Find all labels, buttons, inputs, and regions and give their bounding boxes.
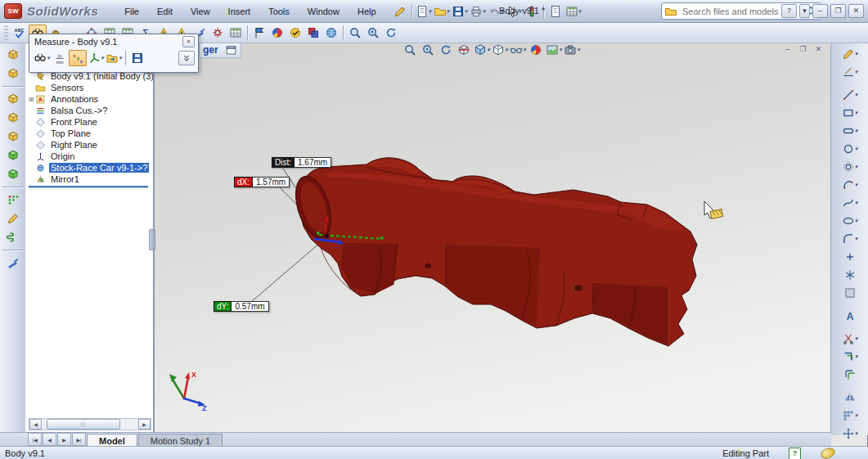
perimeter-circle-icon[interactable]: ▾	[841, 159, 859, 175]
offset-entities-icon[interactable]	[841, 367, 859, 383]
open-document-icon[interactable]: ▾	[433, 3, 451, 20]
tab-motion-study[interactable]: Motion Study 1	[138, 434, 223, 447]
window-pane-icon[interactable]	[225, 45, 237, 56]
helix-spiral-icon[interactable]	[4, 229, 22, 245]
arc-circle-measurements-icon[interactable]: ▾	[33, 50, 51, 66]
shell-icon[interactable]	[4, 166, 22, 182]
callout-dx[interactable]: dX: 1.57mm	[234, 177, 290, 187]
measure-dialog-titlebar[interactable]: Measure - Body v9.1 ✕	[29, 34, 198, 48]
race-car-model[interactable]	[289, 158, 697, 346]
menu-help[interactable]: Help	[349, 3, 385, 20]
cut-extrude-icon[interactable]	[4, 65, 22, 82]
menu-tools[interactable]: Tools	[260, 3, 298, 20]
measure-expand-button[interactable]	[178, 51, 195, 65]
panel-splitter-handle[interactable]	[149, 229, 155, 250]
close-button[interactable]: ✕	[848, 4, 864, 18]
quick-tips-icon[interactable]	[819, 446, 836, 459]
menu-window[interactable]: Window	[299, 3, 348, 20]
menu-file[interactable]: File	[116, 3, 147, 20]
instant3d-icon[interactable]	[4, 210, 22, 227]
zoom-to-area-icon[interactable]	[364, 25, 382, 41]
tree-horizontal-scrollbar[interactable]: ◀ ||| ▶	[29, 418, 151, 430]
print-icon[interactable]: ▾	[469, 3, 487, 20]
manager-flyout-partial[interactable]: ger	[199, 42, 241, 58]
tree-item-annotations[interactable]: ⊞AAnnotations	[27, 93, 153, 105]
previous-view-icon[interactable]	[437, 42, 455, 58]
ellipse-icon[interactable]: ▾	[841, 213, 859, 229]
motion-manager-icon[interactable]	[250, 25, 268, 41]
point-icon[interactable]	[841, 249, 859, 265]
units-precision-icon[interactable]: inmm	[51, 50, 69, 66]
expander-plus-icon[interactable]: ⊞	[27, 96, 35, 103]
tab-scroll-prev-icon[interactable]: ◀	[43, 433, 56, 446]
hide-show-items-icon[interactable]: ▾	[509, 42, 527, 58]
callout-dy[interactable]: dY: 0.57mm	[214, 301, 269, 312]
tree-item-top-plane[interactable]: Top Plane	[27, 128, 153, 139]
mirror-entities-icon[interactable]	[841, 389, 859, 406]
tree-item-origin[interactable]: Origin	[27, 151, 153, 162]
tab-model[interactable]: Model	[87, 434, 137, 447]
tree-item-mirror1[interactable]: Mirror1	[27, 173, 153, 185]
rollback-bar[interactable]	[29, 186, 148, 188]
status-help-icon[interactable]: ?	[789, 448, 801, 459]
minimize-button[interactable]: –	[812, 4, 828, 18]
sketch-fillet-icon[interactable]: ▾	[841, 231, 859, 247]
smart-dimension-icon[interactable]: ▾	[841, 64, 859, 80]
boss-extrude-icon[interactable]	[4, 47, 22, 63]
edit-appearance-icon[interactable]	[527, 42, 545, 58]
maximize-button[interactable]: ❐	[830, 4, 846, 18]
view-settings-icon[interactable]: ▾	[563, 42, 581, 58]
tab-scroll-first-icon[interactable]: |◀	[28, 433, 42, 446]
tree-item-balsa-cus[interactable]: Balsa Cus.->?	[27, 105, 153, 116]
linear-pattern-icon[interactable]	[4, 191, 22, 208]
section-view-icon[interactable]	[455, 42, 473, 58]
circle-icon[interactable]: ▾	[841, 141, 859, 157]
tree-item-sensors[interactable]: Sensors	[27, 82, 153, 93]
centerline-icon[interactable]	[841, 267, 859, 283]
area-hatch-icon[interactable]	[841, 285, 859, 301]
coordinate-system-icon[interactable]: ▾	[87, 50, 105, 66]
tree-item-stock-race-car-v9-1[interactable]: Stock-Race Car v9-1->?	[27, 162, 153, 173]
convert-entities-icon[interactable]: ▾	[841, 349, 859, 365]
sustainability-icon[interactable]	[322, 25, 340, 41]
help-button[interactable]: ?	[781, 4, 797, 18]
gear-icon[interactable]	[209, 25, 227, 41]
callout-dist[interactable]: Dist: 1.67mm	[272, 157, 331, 168]
apply-scene-icon[interactable]: ▾	[545, 42, 563, 58]
fillet-icon[interactable]	[4, 147, 22, 164]
move-entities-icon[interactable]: ▾	[841, 425, 859, 442]
trim-entities-icon[interactable]: ▾	[841, 331, 859, 347]
help-dropdown-icon[interactable]: ▾	[799, 4, 810, 18]
sketch-text-icon[interactable]: A	[841, 308, 859, 324]
sketch-icon[interactable]: ▾	[841, 46, 859, 62]
tab-scroll-next-icon[interactable]: ▶	[57, 433, 71, 446]
zoom-to-area-icon[interactable]	[419, 42, 437, 58]
tree-item-right-plane[interactable]: Right Plane	[27, 139, 153, 151]
save-icon[interactable]: ▾	[451, 3, 469, 20]
compare-documents-icon[interactable]	[304, 25, 322, 41]
new-document-icon[interactable]: ▾	[415, 3, 433, 20]
scroll-left-icon[interactable]: ◀	[29, 419, 42, 430]
menu-insert[interactable]: Insert	[220, 3, 259, 20]
sweep-icon[interactable]	[4, 110, 22, 126]
zoom-to-fit-icon[interactable]	[346, 25, 364, 41]
linear-sketch-pattern-icon[interactable]: ▾	[841, 407, 859, 424]
scroll-right-icon[interactable]: ▶	[138, 419, 151, 430]
move-size-feature-icon[interactable]	[4, 254, 22, 271]
doc-restore-icon[interactable]: ❐	[797, 43, 809, 54]
loft-icon[interactable]	[4, 128, 22, 145]
simulation-advisor-icon[interactable]	[268, 25, 286, 41]
centerpoint-arc-icon[interactable]: ▾	[841, 177, 859, 193]
show-xyz-measurements-icon[interactable]: xyz	[69, 50, 87, 66]
tab-scroll-last-icon[interactable]: ▶|	[72, 433, 86, 446]
menu-view[interactable]: View	[182, 3, 218, 20]
feature-works-icon[interactable]	[227, 25, 245, 41]
pen-icon[interactable]	[391, 3, 409, 20]
corner-rectangle-icon[interactable]: ▾	[841, 105, 859, 121]
measure-close-icon[interactable]: ✕	[182, 36, 195, 47]
spell-checker-icon[interactable]: ABC	[11, 25, 29, 41]
view-orientation-icon[interactable]: ▾	[473, 42, 491, 58]
zoom-to-fit-icon[interactable]	[401, 42, 419, 58]
toolbar-grip[interactable]	[4, 25, 8, 40]
design-checker-icon[interactable]	[286, 25, 304, 41]
